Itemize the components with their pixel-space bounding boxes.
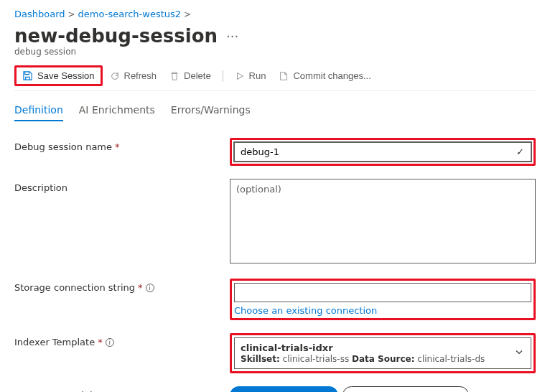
delete-icon	[169, 71, 180, 81]
storage-connection-input[interactable]	[234, 283, 531, 302]
indexer-value: clinical-trials-idxr	[241, 342, 509, 353]
save-icon	[22, 70, 33, 81]
chevron-down-icon	[515, 348, 523, 359]
refresh-button[interactable]: Refresh	[104, 67, 163, 84]
select-first-document-option[interactable]: Select first document	[230, 386, 338, 392]
required-icon: *	[138, 282, 143, 293]
save-session-button[interactable]: Save Session	[17, 67, 101, 84]
required-icon: *	[98, 337, 103, 347]
page-title: new-debug-session	[14, 25, 218, 47]
run-label: Run	[249, 70, 266, 81]
breadcrumb: Dashboard > demo-search-westus2 >	[14, 9, 536, 19]
debug-session-name-input[interactable]	[234, 142, 531, 162]
breadcrumb-service[interactable]: demo-search-westus2	[78, 9, 181, 19]
info-icon[interactable]: i	[146, 284, 154, 292]
tabs: Definition AI Enrichments Errors/Warning…	[14, 104, 536, 122]
more-icon[interactable]: ···	[226, 29, 238, 44]
debug-specific-document-option[interactable]: Debug specific document	[342, 386, 469, 392]
indexer-template-select[interactable]: clinical-trials-idxr Skillset: clinical-…	[234, 337, 531, 369]
storage-label: Storage connection string	[14, 282, 135, 293]
chevron-right-icon: >	[184, 9, 191, 19]
refresh-label: Refresh	[124, 70, 157, 81]
page-subtitle: debug session	[14, 47, 536, 57]
chevron-right-icon: >	[68, 9, 75, 19]
save-label: Save Session	[37, 70, 95, 81]
name-label: Debug session name	[14, 141, 112, 152]
tab-definition[interactable]: Definition	[14, 104, 63, 121]
delete-label: Delete	[184, 70, 211, 81]
indexer-template-label: Indexer Template	[14, 337, 95, 347]
delete-button[interactable]: Delete	[164, 67, 217, 84]
info-icon[interactable]: i	[106, 338, 114, 347]
required-icon: *	[115, 141, 120, 152]
tab-errors-warnings[interactable]: Errors/Warnings	[171, 104, 251, 121]
commit-icon	[279, 71, 289, 81]
choose-connection-link[interactable]: Choose an existing connection	[234, 305, 531, 316]
run-button[interactable]: Run	[229, 67, 272, 84]
description-input[interactable]	[230, 179, 536, 263]
toolbar-divider	[223, 70, 223, 82]
commit-button[interactable]: Commit changes...	[273, 67, 376, 84]
toolbar: Save Session Refresh Delete Run	[14, 65, 536, 91]
commit-label: Commit changes...	[293, 70, 370, 81]
play-icon	[235, 71, 245, 81]
refresh-icon	[110, 71, 120, 81]
breadcrumb-root[interactable]: Dashboard	[14, 9, 65, 19]
indexer-subtitle: Skillset: clinical-trials-ss Data Source…	[241, 354, 509, 364]
tab-ai-enrichments[interactable]: AI Enrichments	[79, 104, 155, 121]
description-label: Description	[14, 182, 67, 193]
